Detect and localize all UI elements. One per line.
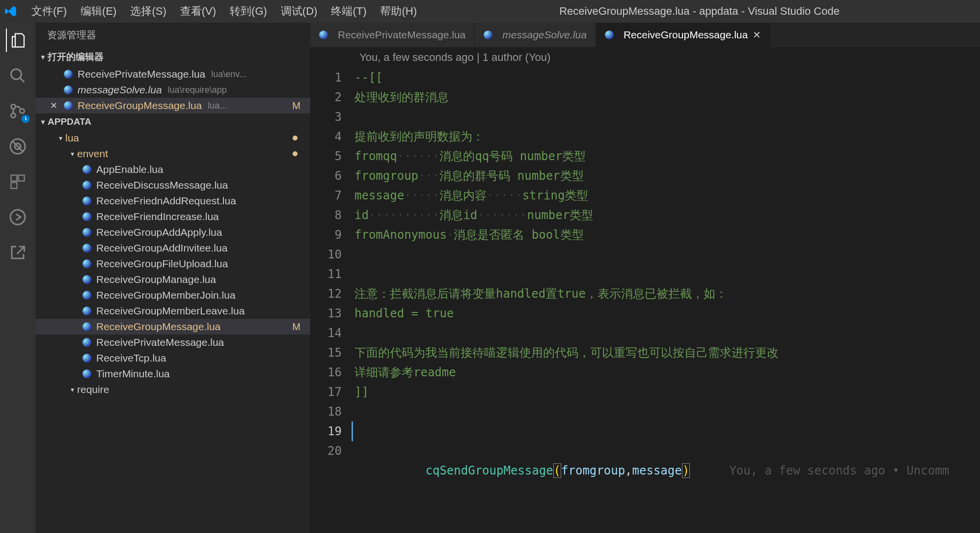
file-name: ReceiveFriendIncrease.lua (96, 211, 219, 223)
editor-content[interactable]: 1234567891011121314151617181920 --[[ 处理收… (310, 68, 980, 533)
source-control-icon[interactable] (6, 99, 29, 123)
lua-file-icon (82, 307, 91, 315)
file-item[interactable]: ReceiveGroupManage.lua (35, 272, 310, 287)
timeline-icon[interactable] (6, 205, 29, 229)
code-text: ]] (354, 385, 369, 399)
open-editor-path: lua\env... (211, 69, 246, 80)
modified-badge: M (292, 321, 304, 333)
file-item[interactable]: ReceiveFriednAddRequest.lua (35, 193, 310, 209)
lua-file-icon (64, 70, 73, 79)
svg-point-3 (11, 113, 16, 118)
svg-rect-7 (11, 175, 17, 181)
lua-file-icon (82, 212, 91, 221)
sidebar: 资源管理器 ▾ 打开的编辑器 ReceivePrivateMessage.lua… (35, 23, 310, 533)
menu-go[interactable]: 转到(G) (224, 0, 273, 23)
code-text: handled = true (354, 307, 454, 320)
open-editor-name: ReceivePrivateMessage.lua (78, 68, 205, 80)
debug-icon[interactable] (6, 135, 29, 158)
code-text: id (354, 208, 369, 222)
menu-view[interactable]: 查看(V) (174, 0, 222, 23)
file-item[interactable]: ReceiveGroupAddApply.lua (35, 224, 310, 240)
code-text: 注意：拦截消息后请将变量handled置true，表示消息已被拦截，如： (354, 287, 727, 301)
menu-debug[interactable]: 调试(D) (275, 0, 324, 23)
tab-receive-private[interactable]: ReceivePrivateMessage.lua (310, 23, 475, 47)
file-name: ReceiveGroupMemberJoin.lua (96, 289, 236, 301)
svg-point-2 (11, 105, 16, 109)
svg-point-10 (10, 210, 25, 224)
lua-file-icon (82, 165, 91, 174)
file-name: AppEnable.lua (96, 164, 163, 175)
project-header[interactable]: ▾ APPDATA (35, 113, 310, 130)
file-item[interactable]: ReceiveDiscussMessage.lua (35, 177, 310, 193)
code-text: 消息是否匿名 bool类型 (454, 228, 583, 242)
file-item[interactable]: ReceiveGroupMessage.luaM (35, 319, 310, 335)
open-editor-path: lua... (208, 101, 227, 111)
line-number: 9 (310, 225, 342, 245)
file-name: ReceiveTcp.lua (96, 352, 166, 364)
file-name: ReceiveGroupFileUpload.lua (96, 258, 228, 270)
svg-point-4 (20, 109, 25, 113)
tab-receive-group[interactable]: ReceiveGroupMessage.lua ✕ (596, 23, 770, 47)
lua-file-icon (82, 196, 91, 205)
share-icon[interactable] (6, 241, 29, 264)
menu-edit[interactable]: 编辑(E) (75, 0, 122, 23)
code-text: fromqq (354, 149, 397, 163)
lua-file-icon (82, 228, 91, 237)
menu-file[interactable]: 文件(F) (26, 0, 73, 23)
lua-file-icon (64, 101, 73, 110)
line-number: 1 (310, 68, 342, 87)
menu-select[interactable]: 选择(S) (124, 0, 172, 23)
open-editor-item[interactable]: ✕ ReceiveGroupMessage.lua lua... M (35, 98, 310, 113)
chevron-down-icon: ▾ (41, 53, 45, 61)
lua-file-icon (484, 30, 492, 39)
file-item[interactable]: ReceiveFriendIncrease.lua (35, 209, 310, 224)
chevron-down-icon: ▾ (41, 118, 45, 126)
file-item[interactable]: ReceiveGroupFileUpload.lua (35, 256, 310, 272)
code-text: message (632, 464, 682, 477)
code-text: 消息内容 (439, 189, 487, 202)
code-text: fromgroup (561, 464, 625, 477)
line-number: 10 (310, 245, 342, 264)
tab-label: messageSolve.lua (502, 29, 587, 41)
open-editors-header[interactable]: ▾ 打开的编辑器 (35, 48, 310, 66)
close-icon[interactable]: ✕ (753, 29, 761, 41)
menu-terminal[interactable]: 终端(T) (325, 0, 372, 23)
file-item[interactable]: TimerMinute.lua (35, 366, 310, 382)
close-icon[interactable]: ✕ (50, 100, 60, 111)
file-item[interactable]: ReceiveGroupMemberJoin.lua (35, 287, 310, 303)
sidebar-title: 资源管理器 (35, 23, 310, 48)
line-number: 4 (310, 127, 342, 146)
tab-message-solve[interactable]: messageSolve.lua (475, 23, 596, 47)
explorer-icon[interactable] (6, 28, 29, 52)
code-area[interactable]: --[[ 处理收到的群消息 提前收到的声明数据为： fromqq······消息… (354, 68, 980, 533)
file-item[interactable]: ReceivePrivateMessage.lua (35, 335, 310, 350)
open-editor-name: messageSolve.lua (78, 84, 162, 96)
code-text: 提前收到的声明数据为： (354, 130, 484, 143)
file-name: ReceiveGroupAddApply.lua (96, 226, 222, 238)
modified-badge: M (292, 100, 304, 112)
code-text: 消息id (439, 208, 477, 222)
search-icon[interactable] (6, 64, 29, 87)
codelens[interactable]: You, a few seconds ago | 1 author (You) (310, 47, 980, 68)
extensions-icon[interactable] (6, 170, 29, 194)
file-item[interactable]: ReceiveGroupAddInvitee.lua (35, 240, 310, 256)
file-item[interactable]: ReceiveTcp.lua (35, 350, 310, 366)
chevron-down-icon: ▾ (71, 386, 74, 393)
menu-help[interactable]: 帮助(H) (374, 0, 423, 23)
file-item[interactable]: ReceiveGroupMemberLeave.lua (35, 303, 310, 319)
folder-envent[interactable]: ▾ envent (35, 146, 310, 162)
folder-lua[interactable]: ▾ lua (35, 130, 310, 146)
open-editor-item[interactable]: messageSolve.lua lua\require\app (35, 82, 310, 98)
window-title: ReceiveGroupMessage.lua - appdata - Visu… (423, 5, 976, 18)
lua-file-icon (82, 322, 91, 331)
line-number: 18 (310, 402, 342, 421)
folder-name: require (77, 384, 109, 395)
tab-label: ReceiveGroupMessage.lua (624, 29, 748, 41)
file-name: TimerMinute.lua (96, 368, 170, 380)
file-item[interactable]: AppEnable.lua (35, 162, 310, 177)
lua-file-icon (82, 259, 91, 268)
activitybar (0, 23, 35, 533)
open-editor-path: lua\require\app (168, 85, 227, 95)
folder-require[interactable]: ▾ require (35, 382, 310, 397)
open-editor-item[interactable]: ReceivePrivateMessage.lua lua\env... (35, 66, 310, 82)
